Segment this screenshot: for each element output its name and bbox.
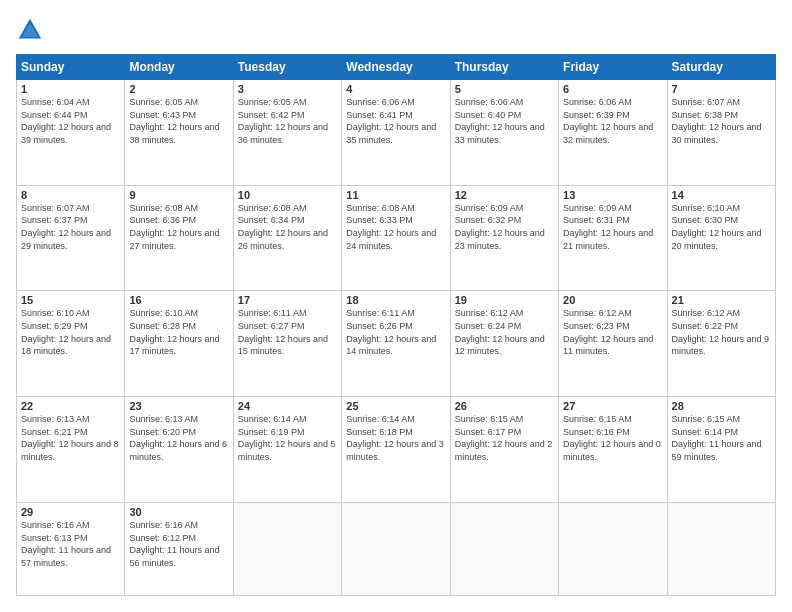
week-row: 15 Sunrise: 6:10 AMSunset: 6:29 PMDaylig… bbox=[17, 291, 776, 397]
calendar-cell: 5 Sunrise: 6:06 AMSunset: 6:40 PMDayligh… bbox=[450, 80, 558, 186]
day-info: Sunrise: 6:10 AMSunset: 6:30 PMDaylight:… bbox=[672, 202, 771, 252]
day-number: 25 bbox=[346, 400, 445, 412]
day-number: 15 bbox=[21, 294, 120, 306]
logo bbox=[16, 16, 48, 44]
calendar-cell: 20 Sunrise: 6:12 AMSunset: 6:23 PMDaylig… bbox=[559, 291, 667, 397]
day-number: 11 bbox=[346, 189, 445, 201]
day-info: Sunrise: 6:12 AMSunset: 6:24 PMDaylight:… bbox=[455, 307, 554, 357]
day-number: 22 bbox=[21, 400, 120, 412]
calendar-cell: 8 Sunrise: 6:07 AMSunset: 6:37 PMDayligh… bbox=[17, 185, 125, 291]
day-number: 16 bbox=[129, 294, 228, 306]
calendar-cell: 19 Sunrise: 6:12 AMSunset: 6:24 PMDaylig… bbox=[450, 291, 558, 397]
calendar-cell: 4 Sunrise: 6:06 AMSunset: 6:41 PMDayligh… bbox=[342, 80, 450, 186]
day-info: Sunrise: 6:08 AMSunset: 6:34 PMDaylight:… bbox=[238, 202, 337, 252]
calendar-cell bbox=[233, 502, 341, 595]
day-number: 4 bbox=[346, 83, 445, 95]
week-row: 22 Sunrise: 6:13 AMSunset: 6:21 PMDaylig… bbox=[17, 397, 776, 503]
logo-icon bbox=[16, 16, 44, 44]
weekday-header: Wednesday bbox=[342, 55, 450, 80]
day-info: Sunrise: 6:12 AMSunset: 6:22 PMDaylight:… bbox=[672, 307, 771, 357]
calendar-cell bbox=[342, 502, 450, 595]
day-info: Sunrise: 6:11 AMSunset: 6:27 PMDaylight:… bbox=[238, 307, 337, 357]
day-info: Sunrise: 6:14 AMSunset: 6:19 PMDaylight:… bbox=[238, 413, 337, 463]
calendar-cell: 28 Sunrise: 6:15 AMSunset: 6:14 PMDaylig… bbox=[667, 397, 775, 503]
calendar-cell: 30 Sunrise: 6:16 AMSunset: 6:12 PMDaylig… bbox=[125, 502, 233, 595]
calendar-cell bbox=[559, 502, 667, 595]
calendar-cell: 24 Sunrise: 6:14 AMSunset: 6:19 PMDaylig… bbox=[233, 397, 341, 503]
day-number: 5 bbox=[455, 83, 554, 95]
weekday-header: Friday bbox=[559, 55, 667, 80]
day-number: 20 bbox=[563, 294, 662, 306]
calendar-cell: 16 Sunrise: 6:10 AMSunset: 6:28 PMDaylig… bbox=[125, 291, 233, 397]
day-info: Sunrise: 6:12 AMSunset: 6:23 PMDaylight:… bbox=[563, 307, 662, 357]
day-info: Sunrise: 6:08 AMSunset: 6:33 PMDaylight:… bbox=[346, 202, 445, 252]
calendar-cell: 17 Sunrise: 6:11 AMSunset: 6:27 PMDaylig… bbox=[233, 291, 341, 397]
day-number: 19 bbox=[455, 294, 554, 306]
header bbox=[16, 16, 776, 44]
calendar-cell: 9 Sunrise: 6:08 AMSunset: 6:36 PMDayligh… bbox=[125, 185, 233, 291]
day-number: 24 bbox=[238, 400, 337, 412]
day-number: 7 bbox=[672, 83, 771, 95]
day-info: Sunrise: 6:13 AMSunset: 6:21 PMDaylight:… bbox=[21, 413, 120, 463]
day-info: Sunrise: 6:06 AMSunset: 6:39 PMDaylight:… bbox=[563, 96, 662, 146]
day-number: 14 bbox=[672, 189, 771, 201]
calendar-cell: 2 Sunrise: 6:05 AMSunset: 6:43 PMDayligh… bbox=[125, 80, 233, 186]
day-info: Sunrise: 6:09 AMSunset: 6:32 PMDaylight:… bbox=[455, 202, 554, 252]
day-info: Sunrise: 6:15 AMSunset: 6:14 PMDaylight:… bbox=[672, 413, 771, 463]
weekday-header: Tuesday bbox=[233, 55, 341, 80]
weekday-header: Sunday bbox=[17, 55, 125, 80]
day-number: 17 bbox=[238, 294, 337, 306]
day-info: Sunrise: 6:16 AMSunset: 6:13 PMDaylight:… bbox=[21, 519, 120, 569]
day-number: 21 bbox=[672, 294, 771, 306]
day-info: Sunrise: 6:06 AMSunset: 6:41 PMDaylight:… bbox=[346, 96, 445, 146]
day-number: 10 bbox=[238, 189, 337, 201]
calendar-cell: 10 Sunrise: 6:08 AMSunset: 6:34 PMDaylig… bbox=[233, 185, 341, 291]
weekday-header: Thursday bbox=[450, 55, 558, 80]
day-info: Sunrise: 6:09 AMSunset: 6:31 PMDaylight:… bbox=[563, 202, 662, 252]
day-number: 27 bbox=[563, 400, 662, 412]
week-row: 8 Sunrise: 6:07 AMSunset: 6:37 PMDayligh… bbox=[17, 185, 776, 291]
calendar-cell: 11 Sunrise: 6:08 AMSunset: 6:33 PMDaylig… bbox=[342, 185, 450, 291]
calendar-cell: 7 Sunrise: 6:07 AMSunset: 6:38 PMDayligh… bbox=[667, 80, 775, 186]
day-number: 26 bbox=[455, 400, 554, 412]
calendar-cell: 12 Sunrise: 6:09 AMSunset: 6:32 PMDaylig… bbox=[450, 185, 558, 291]
day-info: Sunrise: 6:08 AMSunset: 6:36 PMDaylight:… bbox=[129, 202, 228, 252]
day-info: Sunrise: 6:13 AMSunset: 6:20 PMDaylight:… bbox=[129, 413, 228, 463]
day-number: 3 bbox=[238, 83, 337, 95]
day-info: Sunrise: 6:14 AMSunset: 6:18 PMDaylight:… bbox=[346, 413, 445, 463]
day-number: 23 bbox=[129, 400, 228, 412]
week-row: 1 Sunrise: 6:04 AMSunset: 6:44 PMDayligh… bbox=[17, 80, 776, 186]
calendar-cell: 26 Sunrise: 6:15 AMSunset: 6:17 PMDaylig… bbox=[450, 397, 558, 503]
day-info: Sunrise: 6:04 AMSunset: 6:44 PMDaylight:… bbox=[21, 96, 120, 146]
day-number: 9 bbox=[129, 189, 228, 201]
day-info: Sunrise: 6:06 AMSunset: 6:40 PMDaylight:… bbox=[455, 96, 554, 146]
day-info: Sunrise: 6:16 AMSunset: 6:12 PMDaylight:… bbox=[129, 519, 228, 569]
week-row: 29 Sunrise: 6:16 AMSunset: 6:13 PMDaylig… bbox=[17, 502, 776, 595]
day-info: Sunrise: 6:05 AMSunset: 6:42 PMDaylight:… bbox=[238, 96, 337, 146]
calendar-cell: 6 Sunrise: 6:06 AMSunset: 6:39 PMDayligh… bbox=[559, 80, 667, 186]
day-number: 8 bbox=[21, 189, 120, 201]
day-number: 12 bbox=[455, 189, 554, 201]
calendar-cell bbox=[450, 502, 558, 595]
weekday-header-row: SundayMondayTuesdayWednesdayThursdayFrid… bbox=[17, 55, 776, 80]
day-info: Sunrise: 6:07 AMSunset: 6:38 PMDaylight:… bbox=[672, 96, 771, 146]
calendar-cell bbox=[667, 502, 775, 595]
calendar-cell: 14 Sunrise: 6:10 AMSunset: 6:30 PMDaylig… bbox=[667, 185, 775, 291]
day-info: Sunrise: 6:07 AMSunset: 6:37 PMDaylight:… bbox=[21, 202, 120, 252]
calendar-cell: 22 Sunrise: 6:13 AMSunset: 6:21 PMDaylig… bbox=[17, 397, 125, 503]
calendar-cell: 21 Sunrise: 6:12 AMSunset: 6:22 PMDaylig… bbox=[667, 291, 775, 397]
day-number: 13 bbox=[563, 189, 662, 201]
calendar-cell: 13 Sunrise: 6:09 AMSunset: 6:31 PMDaylig… bbox=[559, 185, 667, 291]
calendar-cell: 25 Sunrise: 6:14 AMSunset: 6:18 PMDaylig… bbox=[342, 397, 450, 503]
page: SundayMondayTuesdayWednesdayThursdayFrid… bbox=[0, 0, 792, 612]
calendar-cell: 29 Sunrise: 6:16 AMSunset: 6:13 PMDaylig… bbox=[17, 502, 125, 595]
day-number: 29 bbox=[21, 506, 120, 518]
day-info: Sunrise: 6:15 AMSunset: 6:17 PMDaylight:… bbox=[455, 413, 554, 463]
weekday-header: Monday bbox=[125, 55, 233, 80]
calendar-cell: 1 Sunrise: 6:04 AMSunset: 6:44 PMDayligh… bbox=[17, 80, 125, 186]
day-info: Sunrise: 6:10 AMSunset: 6:29 PMDaylight:… bbox=[21, 307, 120, 357]
calendar-table: SundayMondayTuesdayWednesdayThursdayFrid… bbox=[16, 54, 776, 596]
day-number: 1 bbox=[21, 83, 120, 95]
calendar-cell: 3 Sunrise: 6:05 AMSunset: 6:42 PMDayligh… bbox=[233, 80, 341, 186]
weekday-header: Saturday bbox=[667, 55, 775, 80]
